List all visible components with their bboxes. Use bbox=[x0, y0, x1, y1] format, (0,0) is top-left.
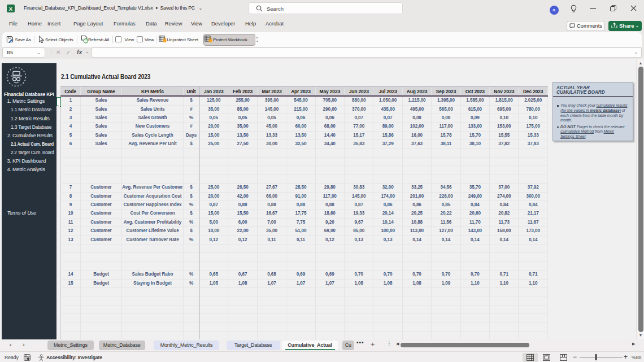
svg-text:X: X bbox=[9, 6, 13, 12]
